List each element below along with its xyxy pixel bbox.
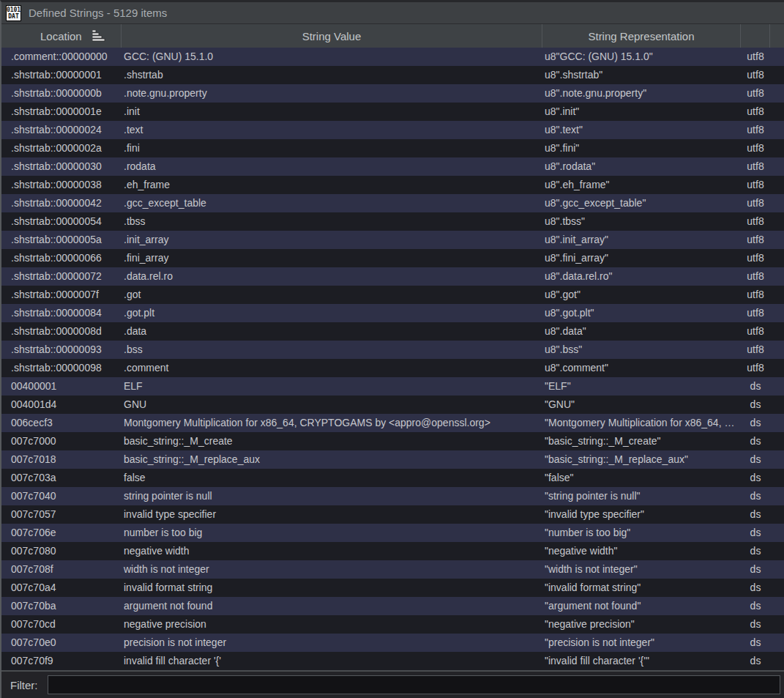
cell-spacer	[770, 286, 784, 304]
table-row[interactable]: .shstrtab::00000042 .gcc_except_table u8…	[1, 194, 784, 212]
table-row[interactable]: 00400001 ELF "ELF" ds	[1, 377, 784, 396]
cell-string-value: Montgomery Multiplication for x86_64, CR…	[122, 414, 542, 432]
cell-string-representation: "negative precision"	[542, 615, 741, 634]
table-row[interactable]: 007c7080 negative width "negative width"…	[1, 542, 784, 560]
defined-strings-icon: 0101 DAT	[6, 5, 21, 21]
cell-string-representation: "basic_string::_M_create"	[542, 432, 741, 450]
table-row[interactable]: .shstrtab::0000008d .data u8".data" utf8	[1, 322, 784, 341]
table-row[interactable]: 007c7040 string pointer is null "string …	[1, 487, 784, 505]
table-row[interactable]: 007c706e number is too big "number is to…	[1, 524, 784, 542]
table-row[interactable]: .shstrtab::0000001e .init u8".init" utf8	[1, 103, 784, 121]
table-row[interactable]: .shstrtab::00000001 .shstrtab u8".shstrt…	[1, 66, 784, 84]
table-row[interactable]: .shstrtab::0000002a .fini u8".fini" utf8	[1, 139, 784, 157]
cell-type: utf8	[741, 304, 770, 322]
table-row[interactable]: 007c708f width is not integer "width is …	[1, 560, 784, 579]
table-row[interactable]: 007c70e0 precision is not integer "preci…	[1, 634, 784, 652]
table-row[interactable]: .shstrtab::0000000b .note.gnu.property u…	[1, 84, 784, 103]
cell-location: .shstrtab::0000000b	[1, 84, 122, 103]
cell-type: ds	[741, 469, 770, 487]
cell-spacer	[770, 66, 784, 84]
filter-input[interactable]	[48, 675, 781, 694]
table-row[interactable]: .shstrtab::00000038 .eh_frame u8".eh_fra…	[1, 176, 784, 194]
table-row[interactable]: .shstrtab::0000005a .init_array u8".init…	[1, 231, 784, 249]
cell-string-representation: "false"	[542, 469, 741, 487]
table-row[interactable]: .shstrtab::00000072 .data.rel.ro u8".dat…	[1, 267, 784, 286]
table-row[interactable]: .shstrtab::00000024 .text u8".text" utf8	[1, 121, 784, 139]
cell-string-value: .gcc_except_table	[122, 194, 542, 212]
column-header-string-representation[interactable]: String Representation	[542, 24, 741, 48]
column-header-type[interactable]	[741, 24, 770, 48]
cell-location: .shstrtab::00000038	[1, 176, 122, 194]
cell-location: 007c70cd	[1, 615, 122, 634]
table-row[interactable]: .comment::00000000 GCC: (GNU) 15.1.0 u8"…	[1, 48, 784, 66]
cell-type: ds	[741, 432, 770, 450]
cell-location: 007c70ba	[1, 597, 122, 615]
cell-string-value: string pointer is null	[122, 487, 542, 505]
cell-string-value: .rodata	[122, 157, 542, 176]
column-header-location[interactable]: Location	[1, 24, 122, 48]
cell-location: 007c708f	[1, 560, 122, 579]
cell-string-representation: "invalid format string"	[542, 579, 741, 597]
cell-location: .shstrtab::00000042	[1, 194, 122, 212]
table-row[interactable]: 007c7000 basic_string::_M_create "basic_…	[1, 432, 784, 450]
cell-type: utf8	[741, 194, 770, 212]
table-row[interactable]: .shstrtab::00000098 .comment u8".comment…	[1, 359, 784, 377]
cell-location: 007c70f9	[1, 652, 122, 670]
defined-strings-window: 0101 DAT Defined Strings - 5129 items Lo…	[0, 0, 784, 698]
table-row[interactable]: .shstrtab::00000030 .rodata u8".rodata" …	[1, 157, 784, 176]
table-row[interactable]: 007c70cd negative precision "negative pr…	[1, 615, 784, 634]
cell-string-value: .text	[122, 121, 542, 139]
table-row[interactable]: 006cecf3 Montgomery Multiplication for x…	[1, 414, 784, 432]
cell-string-value: basic_string::_M_create	[122, 432, 542, 450]
cell-type: utf8	[741, 66, 770, 84]
cell-spacer	[770, 579, 784, 597]
cell-location: 00400001	[1, 377, 122, 396]
cell-string-representation: u8".got.plt"	[542, 304, 741, 322]
table-row[interactable]: 007c70a4 invalid format string "invalid …	[1, 579, 784, 597]
window-titlebar[interactable]: 0101 DAT Defined Strings - 5129 items	[1, 2, 784, 24]
cell-string-value: .fini	[122, 139, 542, 157]
cell-spacer	[770, 304, 784, 322]
icon-text-bottom: DAT	[8, 13, 18, 20]
cell-type: ds	[741, 377, 770, 396]
cell-spacer	[770, 652, 784, 670]
cell-string-representation: "width is not integer"	[542, 560, 741, 579]
table-row[interactable]: 007c703a false "false" ds	[1, 469, 784, 487]
cell-spacer	[770, 487, 784, 505]
cell-string-representation: u8".comment"	[542, 359, 741, 377]
cell-spacer	[770, 450, 784, 469]
cell-location: 007c7040	[1, 487, 122, 505]
table-row[interactable]: 007c7018 basic_string::_M_replace_aux "b…	[1, 450, 784, 469]
cell-string-value: invalid fill character '{'	[122, 652, 542, 670]
cell-string-value: .init	[122, 103, 542, 121]
table-row[interactable]: .shstrtab::00000093 .bss u8".bss" utf8	[1, 341, 784, 359]
cell-string-representation: "basic_string::_M_replace_aux"	[542, 450, 741, 469]
column-header-string-value[interactable]: String Value	[122, 24, 542, 48]
table-row[interactable]: .shstrtab::0000007f .got u8".got" utf8	[1, 286, 784, 304]
cell-string-value: .note.gnu.property	[122, 84, 542, 103]
cell-string-value: .init_array	[122, 231, 542, 249]
cell-spacer	[770, 505, 784, 524]
cell-string-value: negative precision	[122, 615, 542, 634]
cell-string-representation: "invalid type specifier"	[542, 505, 741, 524]
cell-type: ds	[741, 542, 770, 560]
cell-string-representation: u8".text"	[542, 121, 741, 139]
strings-table-body: .comment::00000000 GCC: (GNU) 15.1.0 u8"…	[1, 48, 784, 670]
table-row[interactable]: 007c7057 invalid type specifier "invalid…	[1, 505, 784, 524]
table-row[interactable]: 007c70f9 invalid fill character '{' "inv…	[1, 652, 784, 670]
cell-type: utf8	[741, 176, 770, 194]
cell-location: .shstrtab::00000093	[1, 341, 122, 359]
table-row[interactable]: .shstrtab::00000054 .tbss u8".tbss" utf8	[1, 212, 784, 231]
cell-string-representation: "GNU"	[542, 396, 741, 414]
cell-string-representation: "Montgomery Multiplication for x86_64, C…	[542, 414, 741, 432]
cell-location: 007c7018	[1, 450, 122, 469]
table-row[interactable]: .shstrtab::00000066 .fini_array u8".fini…	[1, 249, 784, 267]
cell-spacer	[770, 176, 784, 194]
table-row[interactable]: 004001d4 GNU "GNU" ds	[1, 396, 784, 414]
table-row[interactable]: 007c70ba argument not found "argument no…	[1, 597, 784, 615]
cell-string-value: GNU	[122, 396, 542, 414]
cell-location: .shstrtab::00000098	[1, 359, 122, 377]
table-header: Location String Value String Representat…	[1, 24, 784, 48]
cell-type: ds	[741, 652, 770, 670]
table-row[interactable]: .shstrtab::00000084 .got.plt u8".got.plt…	[1, 304, 784, 322]
